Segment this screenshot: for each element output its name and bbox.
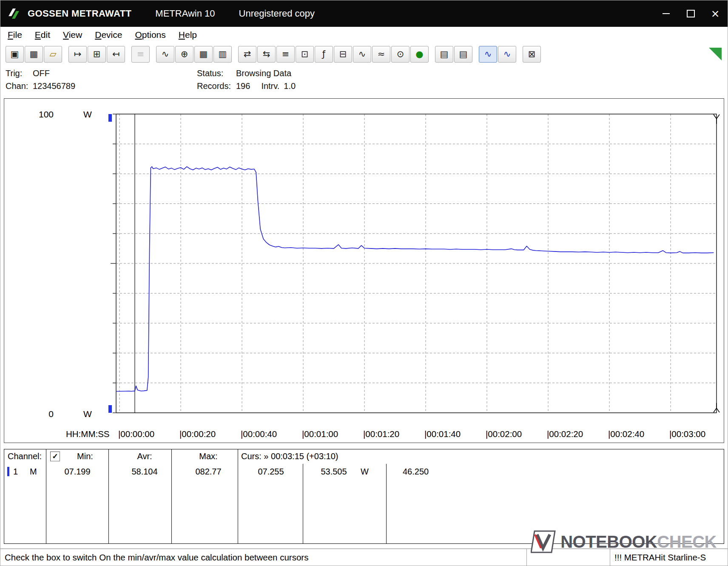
pc-monitor-icon[interactable]: ⊟ bbox=[334, 46, 352, 63]
menu-help[interactable]: Help bbox=[172, 28, 203, 42]
cursor-start-value: 07.255 bbox=[258, 467, 284, 477]
debug-bug-icon[interactable]: ● bbox=[410, 46, 429, 63]
copy-glyph: ≡ bbox=[137, 50, 145, 59]
chart-region: 100 W 0 W HH:MM:SS |00:00:00|00:00:20|00… bbox=[4, 98, 724, 443]
x-tick-label: |00:00:00 bbox=[118, 429, 154, 439]
status-value: Browsing Data bbox=[236, 69, 291, 78]
open-file-glyph: ▱ bbox=[49, 50, 56, 59]
view-xy-chart-icon[interactable]: ⊕ bbox=[175, 46, 193, 63]
avr-header: Avr: bbox=[137, 452, 152, 461]
min-value: 07.199 bbox=[64, 467, 90, 477]
export-start-icon[interactable]: ↦ bbox=[68, 46, 87, 63]
x-tick-label: |00:03:00 bbox=[669, 429, 705, 439]
signal-noise-icon[interactable]: ∿ bbox=[353, 46, 371, 63]
brand-title: GOSSEN METRAWATT bbox=[28, 8, 131, 19]
formula-icon[interactable]: ƒ bbox=[315, 46, 333, 63]
toolbar-buttons: ▣▦▱↦⊞↤≡∿⊕▦▥⇄⇆≡⊡ƒ⊟∿≈⊙●▤▤∿∿⊠ bbox=[6, 46, 542, 63]
device-schedule-glyph: ≡ bbox=[282, 50, 290, 59]
chart-plot[interactable] bbox=[105, 112, 722, 415]
cursor-delta-value: 46.250 bbox=[403, 467, 429, 477]
save-as-glyph: ▦ bbox=[30, 50, 38, 59]
y-axis-unit-top: W bbox=[83, 109, 92, 120]
print-preview-icon[interactable]: ▤ bbox=[454, 46, 472, 63]
zoom-value-glyph: ∿ bbox=[503, 50, 511, 59]
channel-color-indicator bbox=[7, 467, 9, 476]
save-icon[interactable]: ▣ bbox=[6, 46, 24, 63]
zoom-time-icon[interactable]: ∿ bbox=[479, 46, 497, 63]
records-value: 196 bbox=[236, 81, 250, 91]
export-stop-glyph: ↤ bbox=[112, 50, 120, 59]
y-axis-unit-bottom: W bbox=[83, 409, 92, 420]
license-label: Unregistered copy bbox=[239, 8, 315, 19]
maximize-icon bbox=[687, 10, 695, 17]
print-icon[interactable]: ▤ bbox=[435, 46, 453, 63]
minimize-button[interactable] bbox=[654, 0, 678, 27]
device-receive-icon[interactable]: ⇆ bbox=[257, 46, 276, 63]
y-axis-min-label: 0 bbox=[26, 409, 54, 420]
device-send-icon[interactable]: ⇄ bbox=[238, 46, 256, 63]
trig-value: OFF bbox=[33, 69, 50, 78]
view-yt-chart-glyph: ∿ bbox=[162, 50, 169, 59]
copy-icon: ≡ bbox=[131, 46, 150, 63]
cursor-2-marker-bottom bbox=[717, 408, 719, 412]
meter-clock-icon[interactable]: ⊙ bbox=[391, 46, 410, 63]
avr-value: 58.104 bbox=[131, 467, 157, 477]
chan-value: 123456789 bbox=[33, 81, 75, 91]
toolbar-collapse-handle[interactable] bbox=[709, 48, 722, 60]
notebookcheck-logo-icon bbox=[531, 529, 556, 555]
device-display-icon[interactable]: ⊡ bbox=[296, 46, 314, 63]
menu-device[interactable]: Device bbox=[88, 28, 128, 42]
chan-label: Chan: bbox=[6, 81, 33, 91]
device-display-glyph: ⊡ bbox=[301, 50, 309, 59]
view-xy-chart-glyph: ⊕ bbox=[181, 50, 188, 59]
notebookcheck-watermark: NOTEBOOKCHECK bbox=[531, 529, 717, 555]
meter-clock-glyph: ⊙ bbox=[397, 50, 404, 59]
menu-view[interactable]: View bbox=[57, 28, 88, 42]
table-divider bbox=[46, 449, 46, 543]
channel-header: Channel: bbox=[8, 452, 42, 461]
view-statistics-glyph: ▥ bbox=[219, 50, 227, 59]
view-yt-chart-icon[interactable]: ∿ bbox=[156, 46, 174, 63]
save-as-icon[interactable]: ▦ bbox=[25, 46, 43, 63]
export-stop-icon[interactable]: ↤ bbox=[107, 46, 125, 63]
trig-label: Trig: bbox=[6, 69, 33, 78]
zoom-value-icon[interactable]: ∿ bbox=[498, 46, 516, 63]
close-button[interactable]: × bbox=[703, 0, 728, 27]
signal-wave-icon[interactable]: ≈ bbox=[372, 46, 390, 63]
x-tick-label: |00:02:00 bbox=[486, 429, 522, 439]
device-schedule-icon[interactable]: ≡ bbox=[276, 46, 295, 63]
x-tick-label: |00:02:40 bbox=[608, 429, 644, 439]
max-value: 082.77 bbox=[195, 467, 221, 477]
watermark-text-bold: NOTEBOOK bbox=[560, 532, 657, 551]
info-panel: Trig:OFF Chan:123456789 Status:Browsing … bbox=[0, 65, 728, 98]
menu-edit[interactable]: Edit bbox=[28, 28, 57, 42]
cursor-calc-checkbox[interactable]: ✓ bbox=[50, 452, 60, 461]
maximize-button[interactable] bbox=[678, 0, 703, 27]
y-range-marker-top bbox=[108, 114, 112, 122]
open-file-icon[interactable]: ▱ bbox=[44, 46, 62, 63]
cursor-2-marker-top bbox=[717, 114, 719, 119]
statusbar-hint-panel: Check the box to switch On the min/avr/m… bbox=[0, 549, 527, 566]
table-divider bbox=[171, 449, 172, 543]
channel-number: 1 bbox=[13, 467, 18, 477]
view-statistics-icon[interactable]: ▥ bbox=[213, 46, 232, 63]
annotation-icon[interactable]: ⊠ bbox=[523, 46, 541, 63]
menu-file[interactable]: File bbox=[1, 28, 28, 42]
menu-options[interactable]: Options bbox=[128, 28, 172, 42]
cursor-value-unit: W bbox=[361, 467, 369, 477]
signal-wave-glyph: ≈ bbox=[378, 50, 385, 59]
channel-mode: M bbox=[30, 467, 37, 477]
view-table-icon[interactable]: ▦ bbox=[194, 46, 213, 63]
cursor-value: 53.505 bbox=[321, 467, 347, 477]
intrv-value: 1.0 bbox=[284, 81, 296, 91]
intrv-label: Intrv. bbox=[261, 81, 279, 91]
x-tick-label: |00:01:20 bbox=[363, 429, 399, 439]
x-tick-label: |00:02:20 bbox=[547, 429, 583, 439]
export-config-icon[interactable]: ⊞ bbox=[88, 46, 106, 63]
min-header: Min: bbox=[77, 452, 93, 461]
signal-noise-glyph: ∿ bbox=[358, 50, 366, 59]
gossen-metrawatt-logo-icon bbox=[7, 6, 22, 21]
max-header: Max: bbox=[199, 452, 217, 461]
app-title: METRAwin 10 bbox=[155, 8, 215, 19]
close-icon: × bbox=[711, 7, 719, 20]
